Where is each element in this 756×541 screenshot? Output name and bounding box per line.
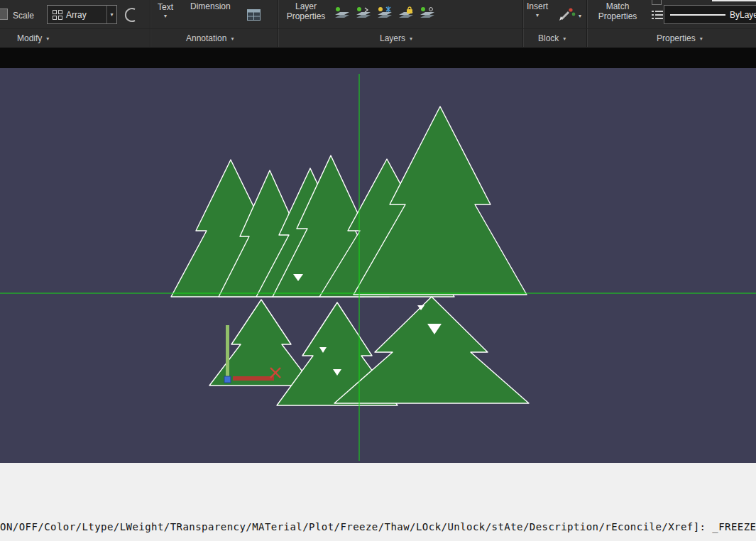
text-tool-button[interactable]: Text xyxy=(158,2,173,12)
scale-icon xyxy=(0,9,8,20)
ribbon: Scale Array ▾ Text ▾ Dimension Laye xyxy=(0,0,756,48)
layer-off-icon[interactable] xyxy=(334,6,350,20)
insert-dropdown-arrow[interactable]: ▾ xyxy=(536,12,539,18)
brush-dropdown-arrow[interactable]: ▾ xyxy=(579,13,581,19)
table-icon[interactable] xyxy=(247,9,261,21)
autocad-window: Scale Array ▾ Text ▾ Dimension Laye xyxy=(0,0,756,541)
array-button-label: Array xyxy=(66,10,106,20)
ucs-x-axis xyxy=(233,376,274,381)
command-line[interactable]: ON/OFF/Color/Ltype/LWeight/TRansparency/… xyxy=(0,463,756,541)
array-button[interactable]: Array ▾ xyxy=(47,5,117,24)
tree-polygon xyxy=(209,300,313,386)
linetype-sample-icon xyxy=(670,14,725,16)
match-properties-button[interactable]: Match Properties xyxy=(593,1,642,21)
panel-label-annotation[interactable]: Annotation xyxy=(186,33,234,43)
match-properties-label-2: Properties xyxy=(593,11,642,21)
panel-label-block[interactable]: Block xyxy=(538,33,566,43)
layer-freeze-icon[interactable] xyxy=(376,6,393,20)
file-tab-strip xyxy=(0,48,756,68)
clipped-control xyxy=(652,0,662,5)
list-icon[interactable] xyxy=(652,10,663,20)
panel-label-modify[interactable]: Modify xyxy=(17,33,49,43)
dimension-tool-button[interactable]: Dimension xyxy=(190,1,231,11)
layer-isolate-icon[interactable] xyxy=(355,6,371,20)
insert-button[interactable]: Insert xyxy=(527,1,548,11)
match-properties-label-1: Match xyxy=(593,1,642,11)
drawing-area[interactable] xyxy=(0,68,756,463)
layer-properties-label-2: Properties xyxy=(281,11,331,21)
panel-label-layers[interactable]: Layers xyxy=(380,33,412,43)
linetype-dropdown-value: ByLayer xyxy=(730,10,756,20)
layer-properties-button[interactable]: Layer Properties xyxy=(281,1,331,21)
lineweight-sample xyxy=(712,0,756,1)
array-dropdown-arrow[interactable]: ▾ xyxy=(106,6,116,23)
array-grid-icon xyxy=(53,10,62,20)
origin-grip xyxy=(224,376,231,383)
linetype-dropdown[interactable]: ByLayer xyxy=(664,5,756,24)
ucs-y-axis xyxy=(226,325,229,378)
attribute-brush-icon[interactable] xyxy=(558,6,576,22)
fillet-icon[interactable] xyxy=(122,6,139,23)
scale-button[interactable]: Scale xyxy=(13,11,34,21)
layer-properties-label-1: Layer xyxy=(281,1,331,11)
layer-tools-group xyxy=(334,6,435,20)
command-line-text: ON/OFF/Color/Ltype/LWeight/TRansparency/… xyxy=(0,520,756,535)
layer-lock-icon[interactable] xyxy=(398,6,414,20)
layer-match-icon[interactable] xyxy=(419,6,435,20)
panel-label-properties[interactable]: Properties xyxy=(657,33,703,43)
text-dropdown-arrow[interactable]: ▾ xyxy=(164,13,167,19)
ribbon-panel-labels: Modify Annotation Layers Block Propertie… xyxy=(0,28,756,47)
drawing-canvas[interactable] xyxy=(0,68,756,463)
